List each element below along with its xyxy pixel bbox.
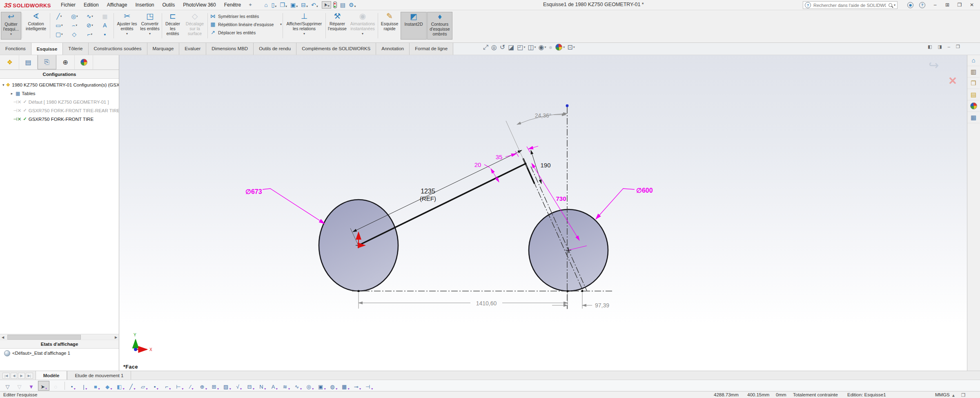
- help-icon[interactable]: ?: [919, 2, 925, 8]
- tab-outils-de-rendu[interactable]: Outils de rendu: [254, 42, 296, 55]
- tab-esquisse[interactable]: Esquisse: [31, 42, 63, 55]
- print-icon[interactable]: ⊟▾: [300, 1, 309, 9]
- filter-weld-symbols-icon[interactable]: ≋▼: [281, 381, 292, 390]
- displaymanager-tab[interactable]: [75, 55, 93, 69]
- status-tag-icon[interactable]: ❐: [961, 392, 965, 398]
- rectangle-tool-icon[interactable]: ▭▾: [51, 21, 67, 29]
- traffic-light-icon[interactable]: [332, 1, 338, 9]
- mesh-tool-icon[interactable]: ▦: [98, 12, 113, 20]
- linear-pattern-button[interactable]: ▦ Répétition linéaire d'esquisse ▾: [210, 21, 282, 28]
- close-button[interactable]: ✕: [968, 2, 976, 8]
- first-tab-button[interactable]: |◀: [2, 373, 10, 379]
- filter-solid-bodies-icon[interactable]: ◧▼: [116, 381, 126, 390]
- smart-dimension-button[interactable]: ∢ Cotationintelligente: [23, 12, 49, 39]
- confirm-exit-sketch-icon[interactable]: ↩: [929, 58, 939, 72]
- offset-entities-button[interactable]: ⊏ Décalerlesentités: [163, 12, 182, 39]
- tab-annotation[interactable]: Annotation: [376, 42, 410, 55]
- filter-disabled-icon[interactable]: ▽: [14, 381, 25, 390]
- panel-horizontal-scrollbar[interactable]: ◀ ▶: [0, 334, 119, 340]
- steering-axis-top-point[interactable]: [566, 105, 569, 107]
- filter-midpoints-icon[interactable]: ⊢▼: [175, 381, 185, 390]
- open-icon[interactable]: ❒▾: [278, 1, 288, 9]
- filter-surface-finish-icon[interactable]: √▼: [234, 381, 245, 390]
- filter-balloons-icon[interactable]: ◍▼: [329, 381, 339, 390]
- doc-restore-icon[interactable]: ❐: [956, 44, 960, 49]
- minimize-button[interactable]: –: [931, 2, 939, 8]
- status-expand-icon[interactable]: ▴: [952, 392, 955, 398]
- filter-connection-points-icon[interactable]: ⊸▼: [352, 381, 363, 390]
- filter-annotations-icon[interactable]: A▼: [270, 381, 280, 390]
- menu-photoview[interactable]: PhotoView 360: [179, 1, 220, 9]
- filter-blocks-icon[interactable]: ▦▼: [341, 381, 351, 390]
- dimension-caster-angle[interactable]: 24,36°: [506, 112, 567, 168]
- tab-complements[interactable]: Compléments de SOLIDWORKS: [296, 42, 376, 55]
- propertymanager-tab[interactable]: ▤: [19, 55, 38, 69]
- task-appearances-icon[interactable]: [967, 100, 980, 112]
- previous-view-icon[interactable]: ↺: [500, 43, 506, 51]
- filter-coordinate-systems-icon[interactable]: ⊞▼: [210, 381, 221, 390]
- filter-sketch-segments-icon[interactable]: ⌐▼: [163, 381, 174, 390]
- pane-left-icon[interactable]: ◧: [928, 44, 932, 49]
- search-icon[interactable]: [889, 3, 892, 7]
- filter-edges-icon[interactable]: |▼: [80, 381, 91, 390]
- filter-axes-icon[interactable]: ╱▼: [127, 381, 138, 390]
- apply-scene-icon[interactable]: ▾: [555, 44, 565, 51]
- task-file-explorer-icon[interactable]: ▤: [967, 89, 980, 100]
- filter-sketch-points-icon[interactable]: ▪▼: [151, 381, 162, 390]
- separator[interactable]: [65, 382, 65, 390]
- filter-faces-icon[interactable]: ■▼: [92, 381, 102, 390]
- fillet-tool-icon[interactable]: ⌐▾: [82, 30, 98, 38]
- display-state-item[interactable]: <Défaut>_Etat d'affichage 1: [0, 349, 119, 358]
- ellipse-tool-icon[interactable]: ⊘▾: [82, 21, 98, 29]
- configurationmanager-tab[interactable]: ⎘: [38, 55, 56, 69]
- dimension-front-diameter[interactable]: ∅600: [596, 187, 653, 219]
- task-resources-icon[interactable]: ▥: [967, 66, 980, 78]
- spline-tool-icon[interactable]: ∿▾: [82, 12, 98, 20]
- undo-icon[interactable]: ↶▾: [310, 1, 319, 9]
- move-entities-button[interactable]: ↗ Déplacer les entités: [210, 29, 282, 36]
- task-home-icon[interactable]: ⌂: [967, 55, 980, 66]
- sketch-canvas[interactable]: 1235 (REF) 24,36° 190 35 20: [119, 55, 967, 371]
- dimension-rear-diameter[interactable]: ∅673: [245, 188, 325, 224]
- filter-magnify-icon[interactable]: ◎▼: [305, 381, 316, 390]
- display-style-icon[interactable]: ◫▾: [528, 43, 536, 51]
- menu-fenetre[interactable]: Fenêtre: [220, 1, 245, 9]
- filter-vertices-icon[interactable]: •▼: [68, 381, 79, 390]
- section-view-icon[interactable]: ◪: [508, 43, 514, 51]
- scroll-left-icon[interactable]: ◀: [0, 336, 6, 339]
- filter-routing-points-icon[interactable]: ⊣▼: [364, 381, 375, 390]
- model-tab[interactable]: Modèle: [36, 371, 67, 380]
- filter-springs-icon[interactable]: ∿▼: [293, 381, 304, 390]
- select-cursor-icon[interactable]: ➤▾: [322, 1, 331, 9]
- filter-dimensions-icon[interactable]: ⊟▼: [246, 381, 256, 390]
- prev-tab-button[interactable]: ◀: [11, 373, 17, 379]
- hide-show-items-icon[interactable]: ◉▾: [539, 43, 546, 51]
- mirror-entities-button[interactable]: ⋈ Symétriser les entités: [210, 13, 282, 20]
- polygon-tool-icon[interactable]: ◇: [67, 30, 82, 38]
- slot-tool-icon[interactable]: ▢▾: [51, 30, 67, 38]
- task-design-library-icon[interactable]: ❒: [967, 78, 980, 89]
- dimxpertmanager-tab[interactable]: ⊕: [56, 55, 75, 69]
- zoom-to-fit-icon[interactable]: ⤢: [483, 44, 489, 51]
- tree-item-config-default[interactable]: ⊣✕ ✓ Défaut [ 1980 KZ750 GEOMETRY-01 ]: [0, 98, 119, 106]
- properties-icon[interactable]: ▤: [339, 1, 347, 9]
- point-tool-icon[interactable]: ▪: [98, 30, 113, 38]
- tab-tolerie[interactable]: Tôlerie: [63, 42, 88, 55]
- filter-toggle-icon[interactable]: ▽: [2, 381, 13, 390]
- next-tab-button[interactable]: ▶: [18, 373, 24, 379]
- text-tool-icon[interactable]: A: [98, 21, 113, 29]
- graphics-area[interactable]: 1235 (REF) 24,36° 190 35 20: [119, 55, 967, 371]
- dimension-trail[interactable]: 97,39: [552, 293, 609, 309]
- last-tab-button[interactable]: ▶|: [26, 373, 33, 379]
- tab-marquage[interactable]: Marquage: [147, 42, 180, 55]
- filter-notes-icon[interactable]: N▼: [258, 381, 268, 390]
- filter-centerlines-icon[interactable]: ⁄▼: [187, 381, 197, 390]
- motion-study-tab[interactable]: Etude de mouvement 1: [67, 371, 131, 380]
- search-options-caret-icon[interactable]: ▾: [894, 3, 895, 7]
- home-icon[interactable]: ⌂: [263, 1, 269, 9]
- dock-button[interactable]: ⊞: [943, 2, 951, 8]
- line-tool-icon[interactable]: ╱▾: [51, 12, 67, 20]
- menu-outils[interactable]: Outils: [158, 1, 179, 9]
- restore-button[interactable]: ❐: [956, 2, 964, 8]
- shaded-contours-button[interactable]: ♦ Contoursd'esquisseombrés: [427, 12, 452, 40]
